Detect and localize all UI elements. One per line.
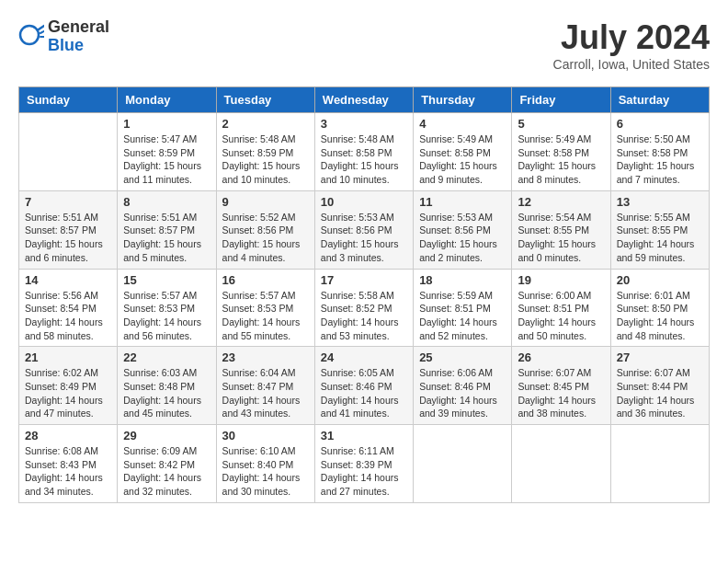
weekday-header: Saturday (610, 87, 709, 113)
day-number: 19 (518, 273, 604, 287)
calendar-cell: 12Sunrise: 5:54 AM Sunset: 8:55 PM Dayli… (512, 190, 610, 269)
calendar-cell: 15Sunrise: 5:57 AM Sunset: 8:53 PM Dayli… (118, 269, 216, 347)
calendar-cell: 8Sunrise: 5:51 AM Sunset: 8:57 PM Daylig… (118, 190, 216, 269)
day-number: 15 (123, 273, 210, 287)
calendar-cell: 16Sunrise: 5:57 AM Sunset: 8:53 PM Dayli… (216, 269, 314, 347)
calendar-cell: 28Sunrise: 6:08 AM Sunset: 8:43 PM Dayli… (19, 425, 118, 503)
calendar-week-row: 1Sunrise: 5:47 AM Sunset: 8:59 PM Daylig… (19, 113, 710, 191)
day-info: Sunrise: 6:06 AM Sunset: 8:46 PM Dayligh… (419, 366, 506, 420)
day-number: 18 (419, 273, 506, 287)
calendar-cell: 29Sunrise: 6:09 AM Sunset: 8:42 PM Dayli… (118, 425, 216, 503)
day-info: Sunrise: 5:48 AM Sunset: 8:58 PM Dayligh… (321, 132, 407, 187)
calendar-cell: 5Sunrise: 5:49 AM Sunset: 8:58 PM Daylig… (512, 113, 610, 191)
calendar-cell: 3Sunrise: 5:48 AM Sunset: 8:58 PM Daylig… (314, 113, 413, 191)
day-number: 29 (123, 429, 210, 442)
day-info: Sunrise: 5:59 AM Sunset: 8:51 PM Dayligh… (419, 289, 506, 343)
day-number: 13 (617, 195, 703, 209)
day-info: Sunrise: 6:04 AM Sunset: 8:47 PM Dayligh… (222, 366, 309, 420)
weekday-header: Friday (512, 87, 610, 113)
calendar-cell (19, 113, 118, 191)
day-number: 26 (518, 350, 604, 364)
weekday-header-row: SundayMondayTuesdayWednesdayThursdayFrid… (19, 87, 710, 113)
calendar-cell: 22Sunrise: 6:03 AM Sunset: 8:48 PM Dayli… (118, 347, 216, 425)
month-title: July 2024 (553, 18, 710, 57)
day-info: Sunrise: 5:51 AM Sunset: 8:57 PM Dayligh… (25, 211, 111, 265)
day-number: 25 (419, 350, 506, 364)
calendar-cell: 26Sunrise: 6:07 AM Sunset: 8:45 PM Dayli… (512, 347, 610, 425)
calendar-cell: 17Sunrise: 5:58 AM Sunset: 8:52 PM Dayli… (314, 269, 413, 347)
day-info: Sunrise: 5:48 AM Sunset: 8:59 PM Dayligh… (222, 132, 309, 187)
calendar-week-row: 28Sunrise: 6:08 AM Sunset: 8:43 PM Dayli… (19, 425, 710, 503)
page-header: General Blue July 2024 Carroll, Iowa, Un… (18, 18, 710, 72)
day-info: Sunrise: 5:49 AM Sunset: 8:58 PM Dayligh… (518, 132, 604, 187)
day-number: 24 (321, 350, 407, 364)
day-number: 1 (123, 117, 210, 131)
weekday-header: Sunday (19, 87, 118, 113)
day-info: Sunrise: 6:07 AM Sunset: 8:44 PM Dayligh… (617, 366, 703, 420)
day-number: 27 (617, 350, 703, 364)
calendar-cell: 18Sunrise: 5:59 AM Sunset: 8:51 PM Dayli… (414, 269, 512, 347)
day-info: Sunrise: 5:57 AM Sunset: 8:53 PM Dayligh… (222, 289, 309, 343)
day-number: 5 (518, 117, 604, 131)
calendar-cell: 6Sunrise: 5:50 AM Sunset: 8:58 PM Daylig… (610, 113, 709, 191)
weekday-header: Monday (118, 87, 216, 113)
calendar-week-row: 14Sunrise: 5:56 AM Sunset: 8:54 PM Dayli… (19, 269, 710, 347)
day-info: Sunrise: 6:08 AM Sunset: 8:43 PM Dayligh… (25, 444, 111, 499)
calendar-cell: 25Sunrise: 6:06 AM Sunset: 8:46 PM Dayli… (414, 347, 512, 425)
logo-blue: Blue (48, 37, 109, 55)
day-number: 23 (222, 350, 309, 364)
day-info: Sunrise: 6:02 AM Sunset: 8:49 PM Dayligh… (25, 366, 111, 420)
weekday-header: Wednesday (314, 87, 413, 113)
svg-point-0 (20, 26, 39, 44)
day-info: Sunrise: 6:00 AM Sunset: 8:51 PM Dayligh… (518, 289, 604, 343)
calendar-cell: 24Sunrise: 6:05 AM Sunset: 8:46 PM Dayli… (314, 347, 413, 425)
day-info: Sunrise: 5:53 AM Sunset: 8:56 PM Dayligh… (419, 211, 506, 265)
day-info: Sunrise: 5:47 AM Sunset: 8:59 PM Dayligh… (123, 132, 210, 187)
day-info: Sunrise: 5:56 AM Sunset: 8:54 PM Dayligh… (25, 289, 111, 343)
day-info: Sunrise: 5:57 AM Sunset: 8:53 PM Dayligh… (123, 289, 210, 343)
calendar-cell: 21Sunrise: 6:02 AM Sunset: 8:49 PM Dayli… (19, 347, 118, 425)
logo-general: General (48, 18, 109, 37)
day-info: Sunrise: 6:07 AM Sunset: 8:45 PM Dayligh… (518, 366, 604, 420)
day-number: 2 (222, 117, 309, 131)
calendar-cell (414, 425, 512, 503)
day-info: Sunrise: 5:50 AM Sunset: 8:58 PM Dayligh… (617, 132, 703, 187)
day-number: 14 (25, 273, 111, 287)
day-info: Sunrise: 6:03 AM Sunset: 8:48 PM Dayligh… (123, 366, 210, 420)
calendar-cell: 27Sunrise: 6:07 AM Sunset: 8:44 PM Dayli… (610, 347, 709, 425)
calendar-cell: 14Sunrise: 5:56 AM Sunset: 8:54 PM Dayli… (19, 269, 118, 347)
calendar-cell: 7Sunrise: 5:51 AM Sunset: 8:57 PM Daylig… (19, 190, 118, 269)
calendar-cell (512, 425, 610, 503)
day-number: 22 (123, 350, 210, 364)
calendar-cell: 31Sunrise: 6:11 AM Sunset: 8:39 PM Dayli… (314, 425, 413, 503)
weekday-header: Tuesday (216, 87, 314, 113)
calendar-cell (610, 425, 709, 503)
calendar-cell: 11Sunrise: 5:53 AM Sunset: 8:56 PM Dayli… (414, 190, 512, 269)
day-info: Sunrise: 5:49 AM Sunset: 8:58 PM Dayligh… (419, 132, 506, 187)
day-number: 4 (419, 117, 506, 131)
title-block: July 2024 Carroll, Iowa, United States (553, 18, 710, 72)
calendar-cell: 23Sunrise: 6:04 AM Sunset: 8:47 PM Dayli… (216, 347, 314, 425)
day-info: Sunrise: 6:01 AM Sunset: 8:50 PM Dayligh… (617, 289, 703, 343)
day-info: Sunrise: 5:53 AM Sunset: 8:56 PM Dayligh… (321, 211, 407, 265)
calendar-cell: 30Sunrise: 6:10 AM Sunset: 8:40 PM Dayli… (216, 425, 314, 503)
calendar-cell: 9Sunrise: 5:52 AM Sunset: 8:56 PM Daylig… (216, 190, 314, 269)
calendar-cell: 1Sunrise: 5:47 AM Sunset: 8:59 PM Daylig… (118, 113, 216, 191)
day-info: Sunrise: 5:55 AM Sunset: 8:55 PM Dayligh… (617, 211, 703, 265)
day-number: 6 (617, 117, 703, 131)
calendar-cell: 20Sunrise: 6:01 AM Sunset: 8:50 PM Dayli… (610, 269, 709, 347)
day-info: Sunrise: 6:10 AM Sunset: 8:40 PM Dayligh… (222, 444, 309, 499)
day-number: 30 (222, 429, 309, 442)
day-info: Sunrise: 6:11 AM Sunset: 8:39 PM Dayligh… (321, 444, 407, 499)
calendar-cell: 10Sunrise: 5:53 AM Sunset: 8:56 PM Dayli… (314, 190, 413, 269)
day-number: 11 (419, 195, 506, 209)
day-number: 17 (321, 273, 407, 287)
calendar-week-row: 21Sunrise: 6:02 AM Sunset: 8:49 PM Dayli… (19, 347, 710, 425)
day-number: 21 (25, 350, 111, 364)
calendar-week-row: 7Sunrise: 5:51 AM Sunset: 8:57 PM Daylig… (19, 190, 710, 269)
day-number: 8 (123, 195, 210, 209)
day-info: Sunrise: 6:05 AM Sunset: 8:46 PM Dayligh… (321, 366, 407, 420)
day-number: 20 (617, 273, 703, 287)
day-info: Sunrise: 5:52 AM Sunset: 8:56 PM Dayligh… (222, 211, 309, 265)
day-number: 16 (222, 273, 309, 287)
